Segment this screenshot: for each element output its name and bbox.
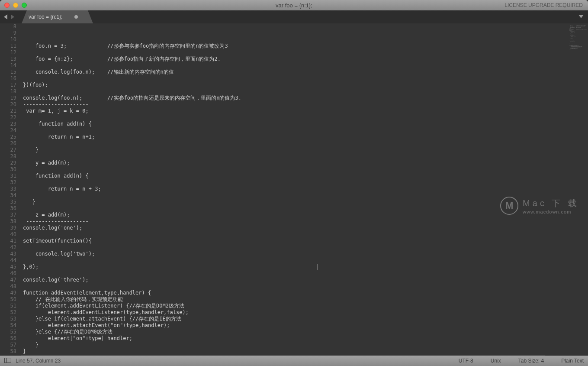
tab-dirty-indicator	[74, 15, 78, 19]
code-line: element["on"+type]=handler;	[21, 335, 545, 342]
minimize-button[interactable]	[13, 3, 18, 8]
code-line	[21, 114, 545, 121]
line-number: 28	[0, 153, 16, 160]
license-upgrade-notice[interactable]: LICENSE UPGRADE REQUIRED	[504, 2, 583, 8]
window-title: var foo = {n:1};	[276, 2, 312, 9]
line-number: 34	[0, 192, 16, 199]
line-number: 8	[0, 23, 16, 30]
nav-back-button[interactable]	[3, 14, 9, 20]
cursor-position[interactable]: Line 57, Column 23	[16, 358, 61, 364]
file-tab[interactable]: var foo = {n:1};	[22, 10, 93, 23]
code-line	[21, 283, 545, 290]
line-number: 25	[0, 134, 16, 140]
panel-switcher-icon[interactable]	[4, 358, 11, 364]
code-line: foo = {n:2}; //形参foo指向了新的内存空间，里面n的值为2.	[21, 56, 545, 62]
line-number-gutter[interactable]: 8910111213141516171819202122232425262728…	[0, 23, 21, 356]
line-number: 47	[0, 277, 16, 283]
line-number: 58	[0, 348, 16, 355]
line-number: 16	[0, 75, 16, 82]
code-line: element.addEventListener(type,handler,fa…	[21, 309, 545, 316]
panel-toggle-button[interactable]	[578, 13, 584, 21]
line-number: 56	[0, 335, 16, 342]
code-line: })(foo);	[21, 82, 545, 88]
code-line	[21, 75, 545, 82]
syntax-selector[interactable]: Plain Text	[561, 358, 584, 364]
line-number: 48	[0, 283, 16, 290]
code-line: }	[21, 348, 545, 355]
code-line: }	[21, 147, 545, 153]
code-line: --------------------	[21, 218, 545, 225]
code-line	[21, 153, 545, 160]
code-line: return n = n+1;	[21, 134, 545, 140]
line-number: 39	[0, 225, 16, 231]
tab-size-selector[interactable]: Tab Size: 4	[518, 358, 544, 364]
nav-forward-button[interactable]	[10, 14, 15, 20]
code-line	[21, 62, 545, 69]
code-line: function addEvent(element,type,handler) …	[21, 290, 545, 296]
svg-marker-0	[4, 14, 7, 19]
code-line: return n = n + 3;	[21, 186, 545, 192]
tabbar: var foo = {n:1};	[0, 10, 588, 23]
line-number: 19	[0, 95, 16, 101]
code-line: }	[21, 342, 545, 348]
svg-marker-1	[11, 14, 14, 19]
line-number: 38	[0, 218, 16, 225]
line-number: 54	[0, 322, 16, 329]
statusbar: Line 57, Column 23 UTF-8 Unix Tab Size: …	[0, 356, 588, 366]
line-number: 57	[0, 342, 16, 348]
line-number: 11	[0, 43, 16, 49]
code-line	[21, 270, 545, 277]
code-line	[21, 88, 545, 95]
text-cursor	[318, 264, 318, 270]
editor-area: 8910111213141516171819202122232425262728…	[0, 23, 588, 356]
line-number: 45	[0, 264, 16, 270]
code-line: var m= 1, j = k = 0;	[21, 108, 545, 114]
code-line: }	[21, 199, 545, 205]
svg-marker-2	[578, 15, 584, 18]
line-number: 41	[0, 238, 16, 244]
code-line	[21, 127, 545, 134]
line-number: 31	[0, 173, 16, 179]
code-editor[interactable]: foo.n = 3; //形参与实参foo指向的内存空间里的n的值被改为3 fo…	[21, 23, 545, 356]
code-line: console.log(foo.n); //实参foo的指向还是原来的内存空间，…	[21, 95, 545, 101]
line-number: 17	[0, 82, 16, 88]
code-line	[21, 257, 545, 264]
line-number: 20	[0, 101, 16, 108]
line-number: 37	[0, 212, 16, 218]
close-button[interactable]	[4, 3, 10, 8]
line-number: 21	[0, 108, 16, 114]
watermark-main: Mac 下 载	[523, 198, 579, 209]
minimap-preview: foo.n = 3; //形参与实参foo指向的内存空间里的n的值被改为3 fo…	[569, 25, 587, 51]
code-line	[21, 231, 545, 238]
line-number: 42	[0, 244, 16, 251]
line-number: 53	[0, 316, 16, 322]
line-number: 9	[0, 30, 16, 36]
line-number: 52	[0, 309, 16, 316]
line-number: 12	[0, 49, 16, 56]
code-line: console.log('one');	[21, 225, 545, 231]
tab-label: var foo = {n:1};	[29, 14, 62, 20]
line-number: 33	[0, 186, 16, 192]
watermark-icon: M	[500, 197, 518, 215]
maximize-button[interactable]	[22, 3, 27, 8]
line-number: 22	[0, 114, 16, 121]
code-line: }else if(element.attachEvent) {//存在的是IE的…	[21, 316, 545, 322]
line-number: 30	[0, 166, 16, 173]
code-line	[21, 179, 545, 186]
encoding-selector[interactable]: UTF-8	[459, 358, 473, 364]
minimap[interactable]: foo.n = 3; //形参与实参foo指向的内存空间里的n的值被改为3 fo…	[545, 23, 588, 356]
line-number: 43	[0, 251, 16, 257]
code-line: foo.n = 3; //形参与实参foo指向的内存空间里的n的值被改为3	[21, 43, 545, 49]
code-line	[21, 166, 545, 173]
line-number: 27	[0, 147, 16, 153]
line-number: 32	[0, 179, 16, 186]
line-number: 18	[0, 88, 16, 95]
code-line	[21, 244, 545, 251]
code-line: element.attachEvent("on"+type,handler);	[21, 322, 545, 329]
code-line: function add(n) {	[21, 173, 545, 179]
watermark-text: Mac 下 载 www.macdown.com	[523, 198, 579, 214]
code-line: console.log(foo.n); //输出新的内存空间的n的值	[21, 69, 545, 75]
code-line: y = add(m);	[21, 160, 545, 166]
line-ending-selector[interactable]: Unix	[491, 358, 501, 364]
line-number: 49	[0, 290, 16, 296]
